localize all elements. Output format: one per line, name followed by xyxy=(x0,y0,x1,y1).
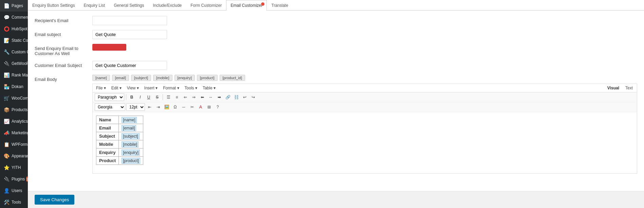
sidebar-item-plugins[interactable]: 🔌 Plugins 1 xyxy=(0,173,28,185)
font-select[interactable]: Georgia xyxy=(95,103,125,111)
sidebar-label-plugins: Plugins xyxy=(12,177,25,181)
sidebar-label-marketing: Marketing xyxy=(12,131,28,135)
shortcode-span: [subject] xyxy=(122,133,140,139)
shortcode-span: [email] xyxy=(122,125,136,131)
email-body-label: Email Body xyxy=(35,75,92,82)
sidebar-item-wpforms[interactable]: 📋 WPForms xyxy=(0,139,28,150)
sidebar-item-rank-math-seo[interactable]: 📊 Rank Math SEO xyxy=(0,69,28,81)
editor-text-tab[interactable]: Text xyxy=(623,85,636,91)
align-right-button[interactable]: ➡ xyxy=(216,93,223,101)
sidebar-icon-static-contents: 📝 xyxy=(3,37,10,44)
tab-enquiry-list[interactable]: Enquiry List xyxy=(79,0,109,11)
tag-name[interactable]: [name] xyxy=(92,75,110,81)
editor-table-shortcode: [mobile] xyxy=(119,140,143,149)
tag-product_id[interactable]: [product_id] xyxy=(220,75,245,81)
italic-button[interactable]: I xyxy=(136,93,144,101)
sidebar-item-users[interactable]: 👤 Users xyxy=(0,185,28,196)
tag-product[interactable]: [product] xyxy=(197,75,218,81)
increase-indent-button[interactable]: ⇒ xyxy=(190,93,198,101)
send-enquiry-row: Send Enquiry Email to Customer As Well xyxy=(35,44,637,56)
editor-table-label: Enquiry xyxy=(96,149,119,157)
editor-menu-format[interactable]: Format ▾ xyxy=(161,85,181,91)
main-content: Enquiry Button SettingsEnquiry ListGener… xyxy=(28,0,644,208)
link-button[interactable]: 🔗 xyxy=(224,93,232,101)
decrease-indent-button[interactable]: ⇐ xyxy=(182,93,189,101)
help-button[interactable]: ? xyxy=(214,103,221,111)
sidebar-item-yith[interactable]: ⭐ YITH xyxy=(0,162,28,173)
editor-menu-edit[interactable]: Edit ▾ xyxy=(109,85,124,91)
editor-toolbar-row-1: Paragraph B I U S ☰ ≡ ⇐ ⇒ ⬅ ↔ xyxy=(93,92,637,102)
tag-enquiry[interactable]: [enquiry] xyxy=(174,75,195,81)
paragraph-select[interactable]: Paragraph xyxy=(95,93,124,101)
recipient-email-input[interactable] xyxy=(92,16,167,25)
align-center-button[interactable]: ↔ xyxy=(207,93,215,101)
editor-table-label: Name xyxy=(96,116,119,124)
sidebar-item-pages[interactable]: 📄 Pages xyxy=(0,0,28,12)
unlink-button[interactable]: ⛓️ xyxy=(233,93,240,101)
table-button[interactable]: ⊞ xyxy=(205,103,213,111)
redo-button[interactable]: ↪ xyxy=(250,93,257,101)
editor-menu-table[interactable]: Table ▾ xyxy=(201,85,218,91)
tag-mobile[interactable]: [mobile] xyxy=(153,75,172,81)
sidebar-label-users: Users xyxy=(12,188,22,193)
email-subject-field xyxy=(92,30,637,39)
undo-button[interactable]: ↩ xyxy=(241,93,249,101)
tab-enquiry-button-settings[interactable]: Enquiry Button Settings xyxy=(28,0,79,11)
bold-button[interactable]: B xyxy=(128,93,135,101)
editor-menu-view[interactable]: View ▾ xyxy=(125,85,141,91)
sidebar-item-hubspot[interactable]: ⭕ HubSpot xyxy=(0,23,28,35)
tag-subject[interactable]: [subject] xyxy=(131,75,151,81)
font-color-button[interactable]: A xyxy=(197,103,204,111)
sidebar-label-tools: Tools xyxy=(12,200,21,205)
editor-visual-tab[interactable]: Visual xyxy=(605,85,622,91)
sidebar-item-tools[interactable]: 🛠️ Tools xyxy=(0,196,28,208)
sidebar-icon-woocommerce: 🛒 xyxy=(3,95,10,101)
sidebar-item-products[interactable]: 📦 Products xyxy=(0,104,28,116)
shortcode-span: [enquiry] xyxy=(122,150,140,156)
tab-email-customizer[interactable]: Email Customizer xyxy=(226,0,267,11)
sidebar-label-comments: Comments xyxy=(12,15,28,20)
email-subject-input[interactable] xyxy=(92,30,167,39)
tab-translate[interactable]: Translate xyxy=(267,0,293,11)
save-changes-button[interactable]: Save Changes xyxy=(35,195,74,205)
strikethrough-button[interactable]: S xyxy=(153,93,161,101)
editor-menu-file[interactable]: File ▾ xyxy=(94,85,108,91)
sidebar-item-woocommerce[interactable]: 🛒 WooCommerce xyxy=(0,92,28,104)
align-left-button[interactable]: ⬅ xyxy=(199,93,206,101)
tab-form-customizer[interactable]: Form Customizer xyxy=(186,0,226,11)
tab-include-exclude[interactable]: Include/Exclude xyxy=(149,0,186,11)
omega-button[interactable]: Ω xyxy=(171,103,179,111)
customer-email-subject-input[interactable] xyxy=(92,61,167,70)
sidebar-item-comments[interactable]: 💬 Comments 6 xyxy=(0,12,28,23)
media-button[interactable]: 🖼️ xyxy=(163,103,170,111)
editor-content[interactable]: Name [name] Email [email] Subject [subje… xyxy=(93,112,637,173)
editor-menu-tools[interactable]: Tools ▾ xyxy=(183,85,199,91)
sidebar-icon-getwoo: 🔌 xyxy=(3,60,10,67)
underline-button[interactable]: U xyxy=(145,93,152,101)
send-enquiry-label: Send Enquiry Email to Customer As Well xyxy=(35,44,92,56)
sidebar-item-analytics[interactable]: 📈 Analytics xyxy=(0,116,28,127)
numbered-list-button[interactable]: ≡ xyxy=(173,93,181,101)
sidebar-item-appearance[interactable]: 🎨 Appearance xyxy=(0,150,28,162)
outdent-button[interactable]: ⇤ xyxy=(146,103,153,111)
hr-button[interactable]: ─ xyxy=(180,103,187,111)
sidebar-icon-pages: 📄 xyxy=(3,3,10,9)
editor-menu-insert[interactable]: Insert ▾ xyxy=(142,85,160,91)
sidebar-label-dokan: Dokan xyxy=(12,84,23,89)
sidebar-item-static-contents[interactable]: 📝 Static Contents xyxy=(0,35,28,46)
remove-format-button[interactable]: ✂ xyxy=(188,103,196,111)
indent-button[interactable]: ⇥ xyxy=(154,103,162,111)
editor-table-label: Subject xyxy=(96,132,119,140)
content-area: Recipient's Email Email subject Send Enq… xyxy=(28,11,644,191)
fontsize-select[interactable]: 12pt xyxy=(126,103,145,111)
sidebar-icon-products: 📦 xyxy=(3,107,10,113)
sidebar-item-marketing[interactable]: 📣 Marketing xyxy=(0,127,28,139)
send-enquiry-toggle[interactable] xyxy=(92,44,126,51)
bullet-list-button[interactable]: ☰ xyxy=(165,93,172,101)
tag-email[interactable]: [email] xyxy=(112,75,129,81)
sidebar-item-dokan[interactable]: 🏪 Dokan xyxy=(0,81,28,92)
tab-general-settings[interactable]: General Settings xyxy=(109,0,148,11)
sidebar-item-getwoo[interactable]: 🔌 GetWooPlugins xyxy=(0,58,28,69)
tag-row: [name][email][subject][mobile][enquiry][… xyxy=(92,75,637,81)
sidebar-item-custom-css-js[interactable]: 🔧 Custom CSS & JS xyxy=(0,46,28,58)
